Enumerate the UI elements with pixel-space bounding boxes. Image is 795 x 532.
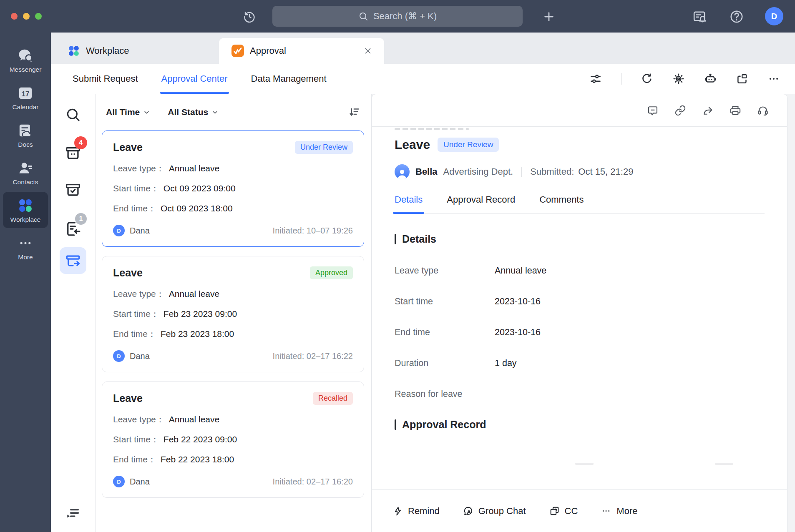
- tab-label: Approval: [250, 45, 286, 56]
- requester-avatar[interactable]: [395, 164, 410, 179]
- requester-row: Bella Advertising Dept. Submitted: Oct 1…: [395, 164, 765, 179]
- svg-text:17: 17: [22, 90, 30, 98]
- topbar: Search (⌘ + K) D: [0, 0, 795, 33]
- sidebar-item-more[interactable]: More: [3, 229, 48, 266]
- initiator-avatar: D: [113, 225, 125, 236]
- field-value: Feb 23 2023 18:00: [161, 329, 234, 339]
- search-input[interactable]: Search (⌘ + K): [272, 6, 523, 27]
- sidebar-item-contacts[interactable]: Contacts: [3, 154, 48, 191]
- detail-title: Leave: [395, 138, 430, 152]
- docs-icon: [3, 122, 48, 139]
- field-label: End time：: [113, 454, 156, 464]
- initiated-time: Initiated: 02–17 16:20: [273, 477, 353, 487]
- detail-field: End time2023-10-16: [395, 327, 765, 338]
- help-icon[interactable]: [729, 9, 744, 24]
- comment-icon[interactable]: [647, 105, 659, 116]
- subnav-approval-center[interactable]: Approval Center: [161, 64, 228, 94]
- headset-icon[interactable]: [757, 105, 769, 116]
- main-area: Workplace Approval Submit Request Approv…: [51, 33, 795, 532]
- initiator-name: Dana: [130, 351, 150, 361]
- field-value: Oct 09 2023 09:00: [164, 183, 236, 193]
- field-value: Annual leave: [169, 163, 219, 173]
- app-window: Search (⌘ + K) D: [0, 0, 795, 532]
- cc-button[interactable]: CC: [549, 506, 578, 517]
- subnav-submit-request[interactable]: Submit Request: [73, 64, 138, 94]
- remind-button[interactable]: Remind: [393, 506, 440, 517]
- detail-field: Duration1 day: [395, 358, 765, 369]
- chevron-down-icon: [211, 109, 219, 116]
- plus-icon[interactable]: [541, 9, 556, 24]
- field-value: Annual leave: [169, 414, 219, 424]
- received-count-badge: 1: [75, 213, 87, 225]
- rail-search-icon[interactable]: [65, 106, 81, 123]
- history-icon[interactable]: [242, 9, 257, 24]
- print-icon[interactable]: [730, 105, 741, 116]
- status-filter-dropdown[interactable]: All Status: [168, 107, 219, 117]
- bot-icon[interactable]: [704, 73, 717, 85]
- approval-card[interactable]: Leave Recalled Leave type：Annual leave S…: [102, 381, 364, 498]
- sidebar-item-workplace[interactable]: Workplace: [3, 192, 48, 228]
- field-value: Feb 22 2023 18:00: [161, 454, 234, 464]
- sidebar-label: Docs: [3, 141, 48, 148]
- approval-detail-panel: Leave Under Review Bella Advertising Dep…: [372, 94, 787, 532]
- close-icon[interactable]: [362, 45, 373, 56]
- field-label: End time：: [113, 329, 156, 339]
- share-icon[interactable]: [702, 105, 714, 116]
- workspace-notification-icon[interactable]: [692, 9, 707, 24]
- section-divider: [395, 456, 765, 456]
- subnav: Submit Request Approval Center Data Mana…: [51, 64, 795, 94]
- tab-approval-record[interactable]: Approval Record: [447, 194, 515, 213]
- detail-toolbar: [372, 94, 787, 127]
- time-filter-dropdown[interactable]: All Time: [106, 107, 150, 117]
- minimize-window-button[interactable]: [23, 13, 30, 20]
- field-label: Start time：: [113, 309, 159, 319]
- submitted-label: Submitted:: [530, 166, 574, 177]
- card-title: Leave: [113, 267, 143, 279]
- sidebar-item-docs[interactable]: Docs: [3, 117, 48, 153]
- sidebar-label: Messenger: [3, 66, 48, 73]
- tab-workplace[interactable]: Workplace: [51, 38, 219, 64]
- workplace-logo-icon: [3, 197, 48, 214]
- tab-approval[interactable]: Approval: [219, 38, 384, 64]
- settings-gear-icon[interactable]: [672, 73, 685, 85]
- detail-tabs: Details Approval Record Comments: [395, 194, 765, 214]
- sidebar-item-calendar[interactable]: 17 Calendar: [3, 79, 48, 115]
- detail-body: Leave Under Review Bella Advertising Dep…: [372, 127, 787, 489]
- tab-details[interactable]: Details: [395, 194, 423, 213]
- refresh-icon[interactable]: [641, 73, 653, 85]
- detail-status-badge: Under Review: [438, 138, 499, 152]
- field-label: Start time：: [113, 434, 159, 444]
- tab-strip: Workplace Approval: [51, 33, 795, 64]
- sidebar-item-messenger[interactable]: Messenger: [3, 42, 48, 78]
- detail-field: Reason for leave: [395, 389, 765, 399]
- sort-descending-icon[interactable]: [348, 106, 361, 118]
- more-button[interactable]: More: [601, 506, 637, 517]
- popout-icon[interactable]: [736, 73, 748, 85]
- divider: [521, 167, 522, 177]
- filter-sliders-icon[interactable]: [589, 73, 602, 85]
- remind-lightning-icon: [393, 506, 403, 516]
- requester-dept: Advertising Dept.: [443, 166, 513, 177]
- link-icon[interactable]: [674, 105, 686, 116]
- done-box-icon[interactable]: [64, 181, 82, 198]
- approval-card[interactable]: Leave Under Review Leave type：Annual lea…: [102, 130, 364, 247]
- search-icon: [358, 11, 368, 21]
- zoom-window-button[interactable]: [35, 13, 42, 20]
- group-chat-button[interactable]: Group Chat: [463, 506, 526, 517]
- ellipsis-icon[interactable]: [767, 73, 780, 85]
- status-badge: Recalled: [313, 392, 353, 405]
- card-title: Leave: [113, 141, 143, 153]
- collapse-list-icon[interactable]: [65, 505, 81, 521]
- requester-name[interactable]: Bella: [415, 166, 438, 177]
- more-ellipsis-icon: [601, 506, 611, 516]
- sent-box-icon[interactable]: [60, 247, 86, 274]
- approval-card[interactable]: Leave Approved Leave type：Annual leave S…: [102, 256, 364, 372]
- user-avatar[interactable]: D: [765, 7, 783, 25]
- detail-field: Start time2023-10-16: [395, 296, 765, 307]
- tab-comments[interactable]: Comments: [539, 194, 584, 213]
- workplace-logo-icon: [68, 45, 80, 57]
- subnav-data-management[interactable]: Data Management: [251, 64, 327, 94]
- app-sidebar: Messenger 17 Calendar Docs: [0, 33, 51, 532]
- close-window-button[interactable]: [11, 13, 18, 20]
- toolbar-divider: [621, 73, 621, 85]
